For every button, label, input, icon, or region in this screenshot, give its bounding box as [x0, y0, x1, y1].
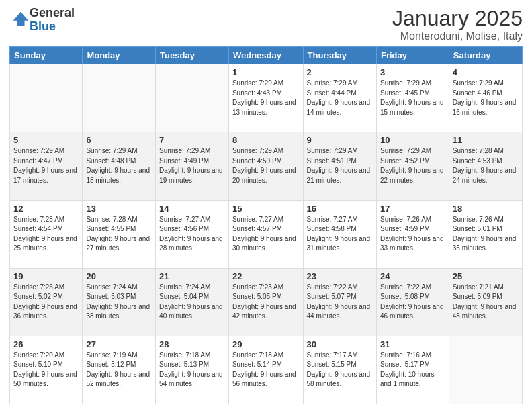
- day-info: Sunrise: 7:29 AM Sunset: 4:50 PM Dayligh…: [232, 146, 300, 185]
- day-info: Sunrise: 7:28 AM Sunset: 4:53 PM Dayligh…: [453, 146, 519, 185]
- day-info: Sunrise: 7:24 AM Sunset: 5:03 PM Dayligh…: [86, 283, 152, 322]
- day-cell: 7Sunrise: 7:29 AM Sunset: 4:49 PM Daylig…: [156, 132, 229, 200]
- day-info: Sunrise: 7:19 AM Sunset: 5:12 PM Dayligh…: [86, 351, 152, 390]
- day-info: Sunrise: 7:18 AM Sunset: 5:14 PM Dayligh…: [232, 351, 300, 390]
- weekday-row: Sunday Monday Tuesday Wednesday Thursday…: [10, 47, 523, 64]
- day-cell: 15Sunrise: 7:27 AM Sunset: 4:57 PM Dayli…: [228, 200, 303, 268]
- calendar-table: Sunday Monday Tuesday Wednesday Thursday…: [9, 46, 523, 404]
- day-cell: 3Sunrise: 7:29 AM Sunset: 4:45 PM Daylig…: [376, 64, 449, 132]
- day-info: Sunrise: 7:22 AM Sunset: 5:07 PM Dayligh…: [307, 283, 373, 322]
- day-number: 29: [232, 339, 300, 349]
- logo-blue: Blue: [30, 19, 56, 33]
- week-row-1: 5Sunrise: 7:29 AM Sunset: 4:47 PM Daylig…: [10, 132, 523, 200]
- day-cell: [156, 64, 229, 132]
- day-number: 25: [453, 271, 519, 281]
- day-number: 26: [13, 339, 79, 349]
- day-number: 30: [307, 339, 373, 349]
- day-number: 17: [380, 203, 445, 214]
- day-cell: 29Sunrise: 7:18 AM Sunset: 5:14 PM Dayli…: [228, 336, 303, 404]
- weekday-tuesday: Tuesday: [156, 47, 229, 64]
- svg-marker-0: [13, 12, 28, 26]
- location-title: Monteroduni, Molise, Italy: [392, 30, 523, 42]
- page-header: General Blue January 2025 Monteroduni, M…: [9, 7, 523, 42]
- day-number: 6: [86, 135, 152, 145]
- day-cell: [10, 64, 83, 132]
- day-info: Sunrise: 7:29 AM Sunset: 4:47 PM Dayligh…: [13, 146, 79, 185]
- weekday-friday: Friday: [376, 47, 449, 64]
- day-cell: 24Sunrise: 7:22 AM Sunset: 5:08 PM Dayli…: [376, 268, 449, 336]
- day-cell: [449, 336, 522, 404]
- day-number: 5: [13, 135, 79, 145]
- day-info: Sunrise: 7:16 AM Sunset: 5:17 PM Dayligh…: [380, 351, 445, 390]
- day-info: Sunrise: 7:17 AM Sunset: 5:15 PM Dayligh…: [307, 351, 373, 390]
- day-number: 9: [307, 135, 373, 145]
- day-cell: 18Sunrise: 7:26 AM Sunset: 5:01 PM Dayli…: [449, 200, 522, 268]
- day-cell: 19Sunrise: 7:25 AM Sunset: 5:02 PM Dayli…: [10, 268, 83, 336]
- day-cell: 25Sunrise: 7:21 AM Sunset: 5:09 PM Dayli…: [449, 268, 522, 336]
- day-cell: 10Sunrise: 7:29 AM Sunset: 4:52 PM Dayli…: [376, 132, 449, 200]
- day-number: 31: [380, 339, 445, 349]
- day-info: Sunrise: 7:27 AM Sunset: 4:56 PM Dayligh…: [159, 215, 225, 254]
- day-info: Sunrise: 7:29 AM Sunset: 4:52 PM Dayligh…: [380, 146, 445, 185]
- day-cell: 12Sunrise: 7:28 AM Sunset: 4:54 PM Dayli…: [10, 200, 83, 268]
- day-number: 14: [159, 203, 225, 214]
- day-info: Sunrise: 7:27 AM Sunset: 4:58 PM Dayligh…: [307, 215, 373, 254]
- day-info: Sunrise: 7:24 AM Sunset: 5:04 PM Dayligh…: [159, 283, 225, 322]
- day-info: Sunrise: 7:29 AM Sunset: 4:45 PM Dayligh…: [380, 79, 445, 118]
- day-cell: 26Sunrise: 7:20 AM Sunset: 5:10 PM Dayli…: [10, 336, 83, 404]
- day-info: Sunrise: 7:21 AM Sunset: 5:09 PM Dayligh…: [453, 283, 519, 322]
- day-info: Sunrise: 7:29 AM Sunset: 4:49 PM Dayligh…: [159, 146, 225, 185]
- day-number: 7: [159, 135, 225, 145]
- day-cell: 9Sunrise: 7:29 AM Sunset: 4:51 PM Daylig…: [303, 132, 376, 200]
- calendar-body: 1Sunrise: 7:29 AM Sunset: 4:43 PM Daylig…: [10, 64, 523, 404]
- day-info: Sunrise: 7:22 AM Sunset: 5:08 PM Dayligh…: [380, 283, 445, 322]
- day-cell: 17Sunrise: 7:26 AM Sunset: 4:59 PM Dayli…: [376, 200, 449, 268]
- day-number: 16: [307, 203, 373, 214]
- week-row-0: 1Sunrise: 7:29 AM Sunset: 4:43 PM Daylig…: [10, 64, 523, 132]
- day-info: Sunrise: 7:25 AM Sunset: 5:02 PM Dayligh…: [13, 283, 79, 322]
- day-number: 19: [13, 271, 79, 281]
- day-number: 3: [380, 67, 445, 77]
- day-number: 24: [380, 271, 445, 281]
- logo-text: General Blue: [30, 7, 75, 34]
- day-info: Sunrise: 7:27 AM Sunset: 4:57 PM Dayligh…: [232, 215, 300, 254]
- month-title: January 2025: [392, 7, 523, 30]
- week-row-3: 19Sunrise: 7:25 AM Sunset: 5:02 PM Dayli…: [10, 268, 523, 336]
- day-number: 28: [159, 339, 225, 349]
- day-info: Sunrise: 7:28 AM Sunset: 4:55 PM Dayligh…: [86, 215, 152, 254]
- day-cell: 30Sunrise: 7:17 AM Sunset: 5:15 PM Dayli…: [303, 336, 376, 404]
- day-info: Sunrise: 7:23 AM Sunset: 5:05 PM Dayligh…: [232, 283, 300, 322]
- day-cell: 14Sunrise: 7:27 AM Sunset: 4:56 PM Dayli…: [156, 200, 229, 268]
- day-number: 8: [232, 135, 300, 145]
- day-info: Sunrise: 7:29 AM Sunset: 4:46 PM Dayligh…: [453, 79, 519, 118]
- day-info: Sunrise: 7:26 AM Sunset: 4:59 PM Dayligh…: [380, 215, 445, 254]
- day-cell: 6Sunrise: 7:29 AM Sunset: 4:48 PM Daylig…: [83, 132, 156, 200]
- day-info: Sunrise: 7:28 AM Sunset: 4:54 PM Dayligh…: [13, 215, 79, 254]
- weekday-thursday: Thursday: [303, 47, 376, 64]
- day-cell: 22Sunrise: 7:23 AM Sunset: 5:05 PM Dayli…: [228, 268, 303, 336]
- day-number: 12: [13, 203, 79, 214]
- day-number: 10: [380, 135, 445, 145]
- day-cell: 13Sunrise: 7:28 AM Sunset: 4:55 PM Dayli…: [83, 200, 156, 268]
- day-cell: 11Sunrise: 7:28 AM Sunset: 4:53 PM Dayli…: [449, 132, 522, 200]
- day-cell: 27Sunrise: 7:19 AM Sunset: 5:12 PM Dayli…: [83, 336, 156, 404]
- week-row-4: 26Sunrise: 7:20 AM Sunset: 5:10 PM Dayli…: [10, 336, 523, 404]
- day-info: Sunrise: 7:29 AM Sunset: 4:51 PM Dayligh…: [307, 146, 373, 185]
- day-info: Sunrise: 7:26 AM Sunset: 5:01 PM Dayligh…: [453, 215, 519, 254]
- day-cell: 23Sunrise: 7:22 AM Sunset: 5:07 PM Dayli…: [303, 268, 376, 336]
- day-cell: 31Sunrise: 7:16 AM Sunset: 5:17 PM Dayli…: [376, 336, 449, 404]
- day-cell: 4Sunrise: 7:29 AM Sunset: 4:46 PM Daylig…: [449, 64, 522, 132]
- weekday-saturday: Saturday: [449, 47, 522, 64]
- logo: General Blue: [9, 7, 75, 34]
- day-number: 11: [453, 135, 519, 145]
- day-info: Sunrise: 7:29 AM Sunset: 4:43 PM Dayligh…: [232, 79, 300, 118]
- day-number: 4: [453, 67, 519, 77]
- title-block: January 2025 Monteroduni, Molise, Italy: [392, 7, 523, 42]
- day-cell: 5Sunrise: 7:29 AM Sunset: 4:47 PM Daylig…: [10, 132, 83, 200]
- day-number: 23: [307, 271, 373, 281]
- weekday-wednesday: Wednesday: [228, 47, 303, 64]
- day-number: 15: [232, 203, 300, 214]
- day-number: 20: [86, 271, 152, 281]
- day-number: 13: [86, 203, 152, 214]
- day-cell: 21Sunrise: 7:24 AM Sunset: 5:04 PM Dayli…: [156, 268, 229, 336]
